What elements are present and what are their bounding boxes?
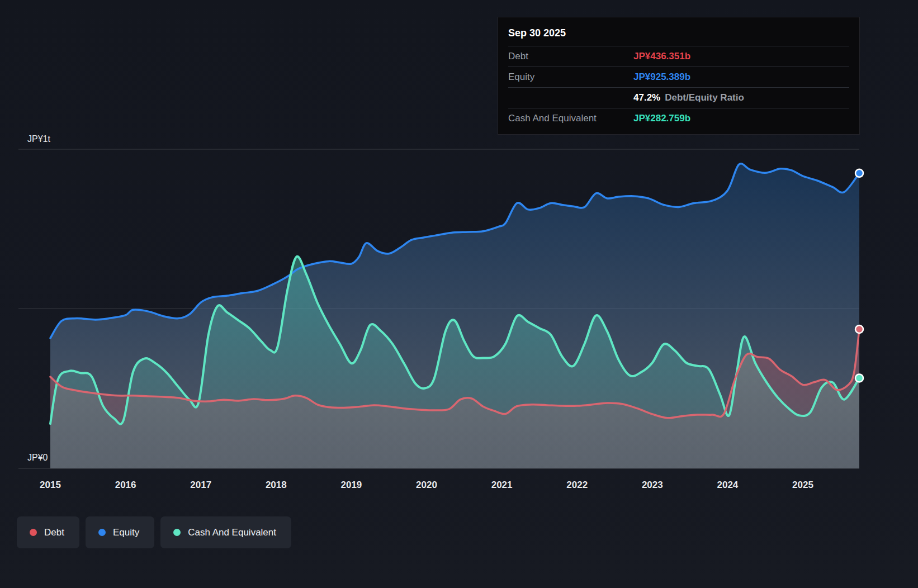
tooltip-row-cash: Cash And Equivalent JP¥282.759b [508,108,849,129]
x-axis-label-2017: 2017 [190,480,211,491]
x-axis-label-2015: 2015 [40,480,61,491]
legend-item-equity[interactable]: Equity [86,516,154,548]
tooltip-row-equity: Equity JP¥925.389b [508,67,849,88]
x-axis-label-2019: 2019 [340,480,362,491]
tooltip-ratio-label: Debt/Equity Ratio [665,92,744,103]
legend-label: Cash And Equivalent [188,527,276,538]
cash-and-equivalent-endpoint-marker[interactable] [855,374,863,382]
legend-label: Debt [44,527,64,538]
tooltip-debt-value: JP¥436.351b [633,51,690,62]
tooltip-debt-label: Debt [508,51,633,62]
debt-endpoint-marker[interactable] [855,325,863,333]
legend-item-debt[interactable]: Debt [17,516,79,548]
x-axis-label-2024: 2024 [717,480,738,491]
tooltip-equity-label: Equity [508,72,633,83]
x-axis: 2015201620172018201920202021202220232024… [0,480,918,494]
tooltip-date: Sep 30 2025 [508,22,849,46]
y-axis-label-bottom: JP¥0 [27,453,48,463]
balance-sheet-history-chart: Sep 30 2025 Debt JP¥436.351b Equity JP¥9… [0,0,918,588]
debt-legend-dot-icon [30,529,37,536]
chart-tooltip: Sep 30 2025 Debt JP¥436.351b Equity JP¥9… [498,17,860,135]
tooltip-cash-value: JP¥282.759b [633,113,690,124]
chart-legend: DebtEquityCash And Equivalent [17,516,291,548]
tooltip-row-ratio: 47.2% Debt/Equity Ratio [508,88,849,108]
x-axis-label-2025: 2025 [792,480,813,491]
cash-and-equivalent-legend-dot-icon [173,529,181,536]
tooltip-equity-value: JP¥925.389b [633,72,690,83]
x-axis-label-2021: 2021 [491,480,513,491]
tooltip-row-debt: Debt JP¥436.351b [508,46,849,67]
x-axis-label-2023: 2023 [642,480,663,491]
equity-endpoint-marker[interactable] [855,169,863,177]
x-axis-label-2018: 2018 [266,480,287,491]
x-axis-label-2016: 2016 [115,480,136,491]
equity-legend-dot-icon [98,529,106,536]
tooltip-cash-label: Cash And Equivalent [508,113,633,124]
y-axis-label-top: JP¥1t [27,134,50,144]
tooltip-ratio-value: 47.2% [633,92,660,103]
legend-label: Equity [113,527,139,538]
x-axis-label-2022: 2022 [566,480,588,491]
legend-item-cash-and-equivalent[interactable]: Cash And Equivalent [160,516,291,548]
x-axis-label-2020: 2020 [416,480,437,491]
